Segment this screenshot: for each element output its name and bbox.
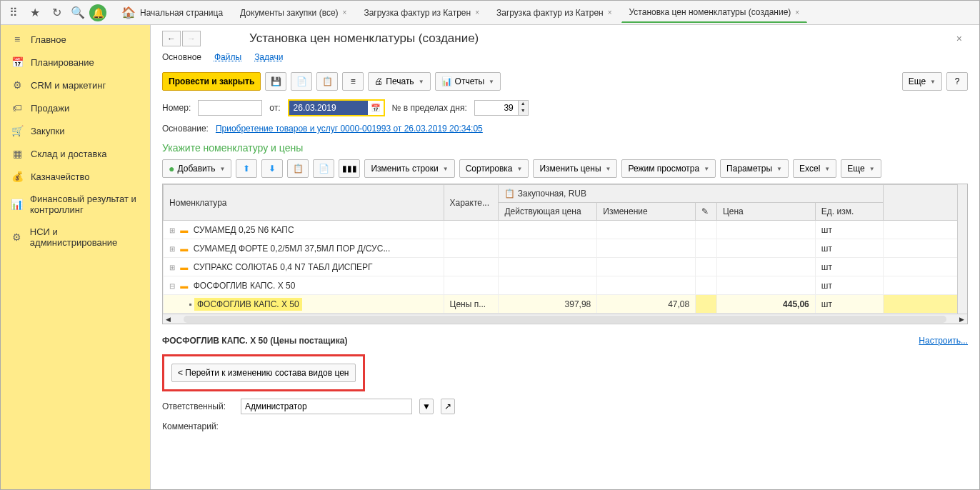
subnav-main[interactable]: Основное [162, 52, 201, 62]
content: ← → Установка цен номенклатуры (создание… [151, 25, 979, 489]
sidebar-item-5[interactable]: ▦Склад и доставка [1, 142, 150, 165]
more-button[interactable]: Еще ▼ [902, 72, 942, 91]
topbar: ⠿ ★ ↻ 🔍 🔔 🏠 Начальная страницаДокументы … [1, 1, 979, 25]
copy-button[interactable]: 📋 [316, 72, 338, 91]
number-label: Номер: [162, 103, 191, 113]
col-price[interactable]: Цена [716, 203, 815, 221]
close-icon[interactable]: × [951, 33, 968, 44]
detail-label: ФОСФОГЛИВ КАПС. X 50 (Цены постащика) [162, 336, 347, 346]
subnav-files[interactable]: Файлы [214, 52, 241, 62]
day-num-input[interactable] [475, 101, 518, 115]
comment-label: Комментарий: [162, 421, 234, 431]
star-icon[interactable]: ★ [25, 3, 45, 23]
nav-icon: 🏷 [11, 102, 24, 114]
tab-close-icon[interactable]: × [795, 9, 799, 16]
col-edit-icon[interactable]: ✎ [696, 203, 717, 221]
tab-close-icon[interactable]: × [343, 9, 347, 16]
table-row[interactable]: ⊞ ▬ СУМАМЕД 0,25 N6 КАПСшт [164, 221, 967, 239]
forward-button[interactable]: → [182, 31, 201, 46]
tabs: 🏠 Начальная страницаДокументы закупки (в… [114, 1, 976, 24]
home-icon: 🏠 [121, 6, 136, 19]
nav-icon: ≡ [11, 34, 24, 45]
nav-icon: ▦ [11, 148, 24, 159]
tab-1[interactable]: Документы закупки (все) × [232, 3, 354, 23]
col-nomenclature[interactable]: Номенклатура [164, 185, 444, 221]
spin-up[interactable]: ▲ [518, 101, 528, 108]
tab-3[interactable]: Загрузка фактур из Катрен × [489, 3, 620, 23]
nav-icon: ⚙ [11, 231, 23, 243]
save-button[interactable]: 💾 [265, 72, 286, 91]
nav-icon: 📊 [11, 199, 23, 210]
responsible-open[interactable]: ↗ [441, 399, 455, 414]
col-current-price[interactable]: Действующая цена [499, 203, 597, 221]
responsible-dropdown[interactable]: ▼ [419, 399, 434, 414]
back-button[interactable]: ← [162, 31, 181, 46]
add-button[interactable]: ● Добавить ▼ [162, 159, 231, 178]
move-down-button[interactable]: ⬇ [261, 159, 283, 178]
responsible-input[interactable] [241, 399, 412, 414]
tab-close-icon[interactable]: × [608, 9, 612, 16]
submit-button[interactable]: Провести и закрыть [162, 72, 261, 91]
tab-2[interactable]: Загрузка фактур из Катрен × [356, 3, 487, 23]
sidebar-item-0[interactable]: ≡Главное [1, 28, 150, 51]
barcode-button[interactable]: ▮▮▮ [339, 159, 360, 178]
col-change[interactable]: Изменение [597, 203, 696, 221]
sidebar: ≡Главное📅Планирование⚙CRM и маркетинг🏷Пр… [1, 25, 151, 489]
table-row[interactable]: ⊞ ▬ СУМАМЕД ФОРТЕ 0,2/5МЛ 37,5МЛ ПОР Д/С… [164, 239, 967, 258]
copy-row-button[interactable]: 📋 [287, 159, 309, 178]
col-unit[interactable]: Ед. изм. [815, 203, 883, 221]
sidebar-item-8[interactable]: ⚙НСИ и администрирование [1, 221, 150, 254]
day-num-label: № в пределах дня: [392, 103, 467, 113]
basis-link[interactable]: Приобретение товаров и услуг 0000-001993… [216, 124, 483, 134]
table: Номенклатура Характе... 📋 Закупочная, RU… [162, 184, 968, 324]
date-field[interactable]: 📅 [288, 99, 385, 116]
subnav-tasks[interactable]: Задачи [254, 52, 283, 62]
tab-4[interactable]: Установка цен номенклатуры (создание) × [621, 2, 808, 23]
tab-0[interactable]: 🏠 Начальная страница [114, 1, 231, 24]
calendar-icon[interactable]: 📅 [368, 101, 384, 115]
history-icon[interactable]: ↻ [46, 3, 66, 23]
params-button[interactable]: Параметры ▼ [720, 159, 789, 178]
table-row[interactable]: ⊞ ▬ СУПРАКС СОЛЮТАБ 0,4 N7 ТАБЛ ДИСПЕРГш… [164, 258, 967, 276]
view-mode-button[interactable]: Режим просмотра ▼ [621, 159, 716, 178]
date-input[interactable] [289, 101, 368, 115]
basis-label: Основание: [162, 124, 209, 134]
excel-button[interactable]: Excel ▼ [793, 159, 836, 178]
sidebar-item-4[interactable]: 🛒Закупки [1, 119, 150, 142]
back-to-prices-button[interactable]: < Перейти к изменению состава видов цен [171, 364, 356, 382]
nav-icon: ⚙ [11, 79, 24, 91]
number-input[interactable] [198, 100, 262, 116]
sidebar-item-2[interactable]: ⚙CRM и маркетинг [1, 74, 150, 96]
search-icon[interactable]: 🔍 [68, 3, 88, 23]
bell-icon[interactable]: 🔔 [89, 4, 106, 21]
table-row[interactable]: ▪ ФОСФОГЛИВ КАПС. X 50Цены п...397,9847,… [164, 295, 967, 314]
paste-row-button[interactable]: 📄 [313, 159, 334, 178]
vertical-scrollbar[interactable] [957, 184, 967, 314]
tab-close-icon[interactable]: × [475, 9, 479, 16]
sort-button[interactable]: Сортировка ▼ [459, 159, 529, 178]
nav-icon: 💰 [11, 171, 24, 182]
reports-button[interactable]: 📊 Отчеты ▼ [435, 72, 501, 91]
spin-down[interactable]: ▼ [518, 108, 528, 115]
page-title: Установка цен номенклатуры (создание) [249, 31, 479, 46]
horizontal-scrollbar[interactable]: ◀ ▶ [163, 314, 967, 324]
table-more-button[interactable]: Еще ▼ [841, 159, 881, 178]
apps-icon[interactable]: ⠿ [4, 3, 24, 23]
help-button[interactable]: ? [946, 72, 968, 91]
change-rows-button[interactable]: Изменить строки ▼ [364, 159, 454, 178]
table-row[interactable]: ⊟ ▬ ФОСФОГЛИВ КАПС. X 50шт [164, 276, 967, 295]
col-char[interactable]: Характе... [444, 185, 499, 221]
sidebar-item-1[interactable]: 📅Планирование [1, 51, 150, 74]
sidebar-item-6[interactable]: 💰Казначейство [1, 165, 150, 188]
configure-link[interactable]: Настроить... [919, 336, 968, 346]
sidebar-item-7[interactable]: 📊Финансовый результат и контроллинг [1, 188, 150, 221]
sidebar-item-3[interactable]: 🏷Продажи [1, 96, 150, 119]
list-button[interactable]: ≡ [342, 72, 364, 91]
print-button[interactable]: 🖨 Печать ▼ [368, 72, 430, 91]
col-purchase[interactable]: 📋 Закупочная, RUB [499, 185, 884, 203]
nav-icon: 🛒 [11, 125, 24, 136]
post-button[interactable]: 📄 [291, 72, 312, 91]
nav-icon: 📅 [11, 56, 24, 68]
move-up-button[interactable]: ⬆ [236, 159, 257, 178]
change-prices-button[interactable]: Изменить цены ▼ [533, 159, 617, 178]
